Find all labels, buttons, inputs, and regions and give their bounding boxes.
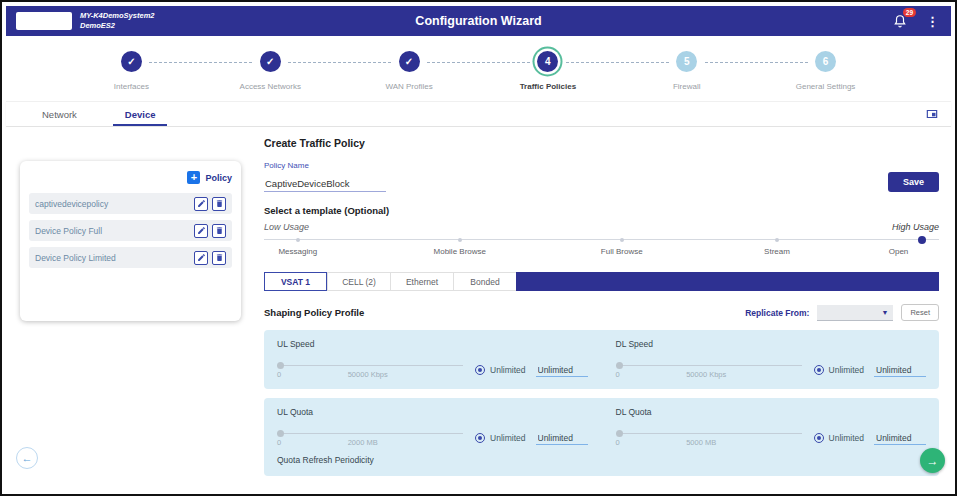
slider-handle[interactable] [277, 362, 284, 369]
tab-ethernet[interactable]: Ethernet [390, 272, 453, 291]
replicate-from-dropdown[interactable]: ▼ [817, 305, 893, 321]
pencil-icon [197, 199, 206, 208]
high-usage-label: High Usage [892, 222, 939, 232]
slider-track [616, 433, 802, 434]
delete-policy-button[interactable] [212, 197, 226, 211]
system-name: MY-K4DemoSystem2 [80, 11, 154, 21]
slider-handle[interactable] [277, 430, 284, 437]
add-policy-button[interactable]: + Policy [29, 171, 232, 184]
tab-cell[interactable]: CELL (2) [327, 272, 390, 291]
slider-min-label: 0 [277, 370, 281, 379]
slider-min-label: 0 [616, 438, 620, 447]
plus-icon: + [187, 171, 200, 184]
template-option-stream[interactable]: Stream [764, 247, 790, 256]
configuration-wizard-app: MY-K4DemoSystem2 DemoES2 Configuration W… [0, 0, 957, 496]
ul-quota-slider[interactable]: 0 2000 MB [277, 430, 463, 446]
ul-speed-control: UL Speed 0 50000 Kbps Unlimited [277, 339, 588, 378]
dl-speed-input[interactable] [874, 364, 926, 377]
edit-policy-button[interactable] [194, 251, 208, 265]
chevron-down-icon: ▼ [881, 309, 888, 316]
radio-selected-icon [475, 433, 485, 443]
dl-speed-slider[interactable]: 0 50000 Kbps [616, 362, 802, 378]
step-label: General Settings [796, 82, 856, 91]
check-icon[interactable]: ✓ [260, 51, 281, 72]
slider-max-label: 50000 Kbps [348, 370, 388, 379]
slider-track [264, 239, 939, 240]
control-label: UL Quota [277, 407, 588, 417]
expand-panel-button[interactable] [923, 106, 941, 122]
policy-name-row: Save [264, 172, 939, 192]
step-number[interactable]: 6 [815, 51, 836, 72]
ul-speed-slider[interactable]: 0 50000 Kbps [277, 362, 463, 378]
template-option-mobile-browse[interactable]: Mobile Browse [434, 247, 486, 256]
unlimited-radio[interactable]: Unlimited [475, 365, 525, 375]
overflow-menu-button[interactable]: ⋮ [924, 14, 941, 29]
logo [16, 12, 72, 30]
template-option-messaging[interactable]: Messaging [278, 247, 317, 256]
step-label: WAN Profiles [385, 82, 432, 91]
policy-row[interactable]: captivedevicepolicy [29, 193, 232, 214]
trash-icon [215, 199, 224, 208]
dl-quota-input[interactable] [874, 432, 926, 445]
policy-name: Device Policy Full [35, 226, 102, 236]
template-slider-ends: Low Usage High Usage [264, 222, 939, 232]
control-row: 0 50000 Kbps Unlimited [616, 362, 927, 378]
notifications-button[interactable]: 29 [892, 13, 908, 29]
tab-bonded[interactable]: Bonded [453, 272, 516, 291]
dl-speed-control: DL Speed 0 50000 Kbps Unlimited [616, 339, 927, 378]
template-option-open[interactable]: Open [889, 247, 909, 256]
template-slider[interactable] [264, 235, 939, 245]
tab-network[interactable]: Network [18, 102, 101, 126]
policy-name: Device Policy Limited [35, 253, 116, 263]
radio-label: Unlimited [829, 433, 864, 443]
control-row: 0 5000 MB Unlimited [616, 430, 927, 446]
tab-vsat-1[interactable]: VSAT 1 [264, 272, 327, 291]
slider-track [277, 365, 463, 366]
create-traffic-policy-panel: Create Traffic Policy Policy Name Save S… [264, 137, 939, 477]
radio-selected-icon [475, 365, 485, 375]
policy-row-actions [194, 224, 226, 238]
policy-row[interactable]: Device Policy Limited [29, 247, 232, 268]
policy-name-input[interactable] [264, 176, 386, 192]
step-interfaces: ✓ Interfaces [62, 51, 201, 91]
replicate-from-label: Replicate From: [745, 308, 809, 318]
reset-button[interactable]: Reset [901, 304, 939, 321]
template-option-full-browse[interactable]: Full Browse [601, 247, 643, 256]
add-policy-label: Policy [205, 173, 232, 183]
policy-row-actions [194, 197, 226, 211]
check-icon[interactable]: ✓ [399, 51, 420, 72]
tab-device[interactable]: Device [101, 102, 180, 126]
template-section-label: Select a template (Optional) [264, 205, 939, 216]
ul-speed-input[interactable] [536, 364, 588, 377]
low-usage-label: Low Usage [264, 222, 309, 232]
page-title: Configuration Wizard [415, 14, 541, 28]
back-button[interactable]: ← [16, 447, 38, 469]
unlimited-radio[interactable]: Unlimited [814, 433, 864, 443]
unlimited-radio[interactable]: Unlimited [814, 365, 864, 375]
dl-quota-slider[interactable]: 0 5000 MB [616, 430, 802, 446]
slider-handle[interactable] [616, 362, 623, 369]
edit-policy-button[interactable] [194, 197, 208, 211]
step-number[interactable]: 4 [537, 51, 558, 72]
delete-policy-button[interactable] [212, 224, 226, 238]
edit-policy-button[interactable] [194, 224, 208, 238]
slider-handle[interactable] [918, 236, 926, 244]
step-label: Firewall [673, 82, 701, 91]
check-icon[interactable]: ✓ [121, 51, 142, 72]
delete-policy-button[interactable] [212, 251, 226, 265]
step-access-networks: ✓ Access Networks [201, 51, 340, 91]
next-button[interactable]: → [920, 448, 945, 473]
policy-row[interactable]: Device Policy Full [29, 220, 232, 241]
notification-badge: 29 [903, 8, 916, 17]
step-number[interactable]: 5 [676, 51, 697, 72]
policy-name: captivedevicepolicy [35, 199, 108, 209]
section-title: Create Traffic Policy [264, 137, 939, 149]
ul-quota-input[interactable] [536, 432, 588, 445]
policy-name-label: Policy Name [264, 161, 939, 170]
step-label: Traffic Policies [520, 82, 576, 91]
app-header: MY-K4DemoSystem2 DemoES2 Configuration W… [6, 6, 951, 36]
unlimited-radio[interactable]: Unlimited [475, 433, 525, 443]
slider-tick [775, 238, 779, 242]
save-button[interactable]: Save [888, 172, 939, 192]
slider-handle[interactable] [616, 430, 623, 437]
